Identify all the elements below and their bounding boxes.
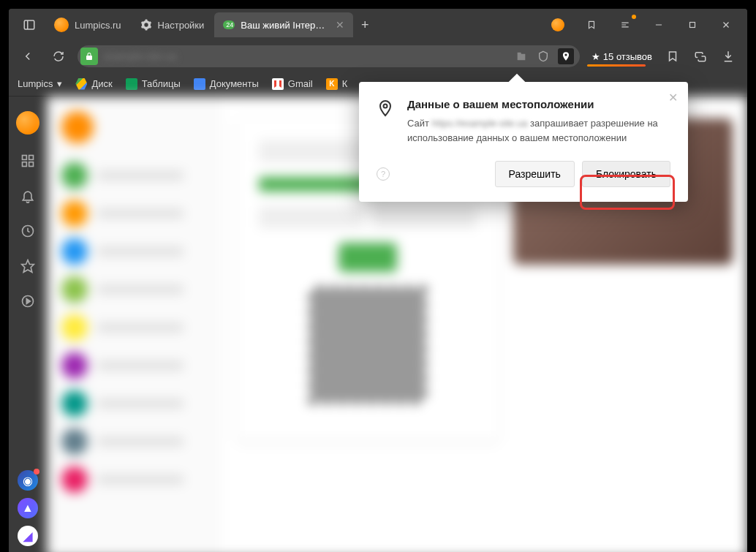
bookmark-icon[interactable] [661,45,684,68]
menu-icon[interactable] [608,9,642,41]
svg-rect-11 [23,162,27,167]
reviews-badge[interactable]: ★15 отзывов [587,51,657,62]
close-icon[interactable]: ✕ [336,19,344,31]
svg-point-17 [384,105,388,108]
location-icon[interactable] [558,48,574,64]
sidebar-grid-icon[interactable] [19,152,37,170]
bookmark-drive[interactable]: Диск [75,78,112,90]
tab-title: Lumpics.ru [75,20,121,31]
tab-title: Ваш живий Інтернет-б [241,20,325,31]
sidebar-play-icon[interactable] [19,292,37,310]
minimize-button[interactable] [642,9,676,41]
svg-rect-9 [23,156,27,160]
gear-icon [140,19,152,31]
tab-lumpics[interactable]: Lumpics.ru [45,12,130,37]
location-permission-popup: ✕ Данные о вашем местоположении Сайт htt… [359,82,688,202]
gmail-icon [272,78,284,90]
url-box[interactable]: example-site-ua [78,45,580,67]
orange-icon [54,18,69,32]
new-tab-button[interactable]: + [355,15,375,35]
chevron-down-icon: ▾ [57,78,62,89]
block-button[interactable]: Блокировать [582,161,670,187]
reload-button[interactable] [47,45,70,68]
tab-active[interactable]: 24 Ваш живий Інтернет-б ✕ [214,12,353,37]
download-icon[interactable] [717,45,740,68]
bookmarks-menu[interactable]: Lumpics ▾ [18,78,62,89]
back-button[interactable] [16,45,39,68]
sheets-icon [126,78,137,90]
window-controls [541,9,743,41]
tab-badge-icon: 24 [223,19,235,31]
bookmark-k[interactable]: KК [326,78,348,90]
popup-title: Данные о вашем местоположении [407,98,670,110]
address-bar-right: ★15 отзывов [587,45,740,68]
popup-text: Сайт https://example-site.ua запрашивает… [407,116,670,145]
bookmark-docs[interactable]: Документы [194,78,259,90]
help-icon[interactable]: ? [377,167,390,181]
titlebar: Lumpics.ru Настройки 24 Ваш живий Інтерн… [9,9,747,41]
k-icon: K [326,78,338,90]
panels-toggle-icon[interactable] [13,9,45,41]
sidebar-alice-icon[interactable]: ◢ [18,526,38,546]
svg-rect-0 [24,20,34,29]
sidebar-messenger-2-icon[interactable]: ▲ [18,498,38,518]
sidebar-bottom: ◉ ▲ ◢ [18,470,38,546]
orange-menu-icon[interactable] [541,9,575,41]
location-pin-icon [377,98,396,145]
close-button[interactable] [709,9,743,41]
sidebar-messenger-1-icon[interactable]: ◉ [18,470,38,491]
bookmark-star-icon[interactable] [575,9,608,41]
translate-icon[interactable] [514,49,529,64]
popup-close-button[interactable]: ✕ [668,91,678,105]
sidebar-home-icon[interactable] [16,111,39,135]
sidebar-bell-icon[interactable] [19,187,37,205]
svg-rect-10 [29,156,34,160]
sidebar: ◉ ▲ ◢ [9,97,47,552]
allow-button[interactable]: Разрешить [495,161,575,187]
drive-icon [75,78,87,90]
maximize-button[interactable] [676,9,709,41]
tab-settings[interactable]: Настройки [132,12,213,37]
shield-icon[interactable] [536,49,551,64]
svg-marker-16 [26,299,30,304]
svg-rect-12 [29,162,34,167]
sidebar-history-icon[interactable] [19,222,37,240]
docs-icon [194,78,205,90]
svg-marker-14 [22,260,34,273]
feedback-icon[interactable] [689,45,712,68]
tabs-container: Lumpics.ru Настройки 24 Ваш живий Інтерн… [45,9,541,41]
bookmark-sheets[interactable]: Таблицы [126,78,181,90]
url-text: example-site-ua [104,50,177,62]
star-icon: ★ [591,51,600,62]
rating-bar [587,64,646,67]
sidebar-star-icon[interactable] [19,257,37,275]
url-action-icons [514,48,574,64]
lock-icon[interactable] [80,48,98,65]
browser-window: Lumpics.ru Настройки 24 Ваш живий Інтерн… [7,7,749,552]
address-bar: example-site-ua ★15 отзывов [9,41,747,72]
tab-title: Настройки [158,20,205,31]
bookmark-gmail[interactable]: Gmail [272,78,313,90]
svg-rect-6 [690,23,695,28]
